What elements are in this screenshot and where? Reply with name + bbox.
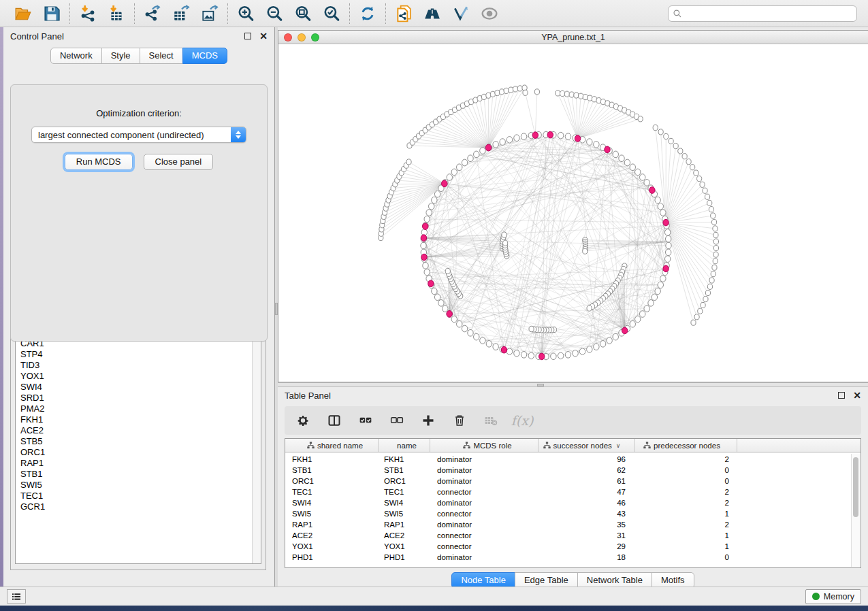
- graph-node[interactable]: [705, 290, 710, 295]
- graph-node[interactable]: [635, 169, 641, 176]
- graph-node[interactable]: [556, 90, 560, 96]
- graph-node[interactable]: [514, 350, 519, 357]
- graph-hub-node[interactable]: [605, 146, 610, 153]
- graph-node[interactable]: [443, 306, 448, 312]
- graph-node[interactable]: [558, 132, 563, 139]
- save-session-icon[interactable]: [42, 4, 61, 23]
- mcds-result-item[interactable]: ORC1: [20, 447, 252, 458]
- graph-node[interactable]: [513, 86, 517, 92]
- mcds-list-scrollbar[interactable]: [252, 325, 261, 563]
- add-column-icon[interactable]: [421, 413, 436, 428]
- table-row[interactable]: RAP1RAP1dominator352: [285, 519, 861, 530]
- graph-node[interactable]: [434, 191, 440, 197]
- graph-node[interactable]: [438, 300, 444, 307]
- graph-node[interactable]: [587, 306, 592, 311]
- graph-node[interactable]: [594, 142, 599, 148]
- close-panel-button[interactable]: Close panel: [144, 154, 214, 170]
- search-input[interactable]: [685, 9, 852, 18]
- graph-node[interactable]: [564, 91, 569, 97]
- scrollbar-thumb[interactable]: [853, 457, 858, 517]
- export-network-icon[interactable]: [143, 4, 162, 23]
- zoom-fit-icon[interactable]: [293, 4, 312, 23]
- traffic-light-maximize[interactable]: [311, 33, 319, 42]
- graph-node[interactable]: [493, 142, 498, 148]
- graph-node[interactable]: [613, 333, 618, 340]
- graph-node[interactable]: [451, 169, 457, 176]
- mcds-result-item[interactable]: GCR1: [20, 501, 252, 512]
- graph-node[interactable]: [669, 138, 673, 144]
- import-network-icon[interactable]: [78, 4, 97, 23]
- graph-hub-node[interactable]: [421, 235, 426, 242]
- graph-node[interactable]: [507, 137, 512, 144]
- graph-node[interactable]: [703, 296, 708, 301]
- graph-node[interactable]: [579, 93, 583, 99]
- zoom-in-icon[interactable]: [236, 4, 255, 23]
- graph-node[interactable]: [711, 271, 716, 277]
- mcds-result-item[interactable]: RAP1: [20, 458, 252, 469]
- graph-node[interactable]: [673, 143, 678, 148]
- mcds-result-item[interactable]: STP4: [20, 349, 252, 360]
- graph-node[interactable]: [665, 249, 671, 256]
- deselect-all-columns-icon[interactable]: [389, 413, 404, 428]
- graph-node[interactable]: [700, 182, 705, 187]
- graph-node[interactable]: [509, 87, 513, 93]
- graph-node[interactable]: [709, 207, 713, 212]
- graph-node[interactable]: [569, 92, 574, 97]
- graph-node[interactable]: [648, 300, 654, 307]
- graph-node[interactable]: [507, 348, 512, 355]
- table-row[interactable]: STB1STB1dominator620: [285, 465, 861, 476]
- graph-node[interactable]: [711, 213, 716, 218]
- column-selector-icon[interactable]: [327, 413, 342, 428]
- close-panel-icon[interactable]: ✕: [259, 33, 268, 39]
- graph-node[interactable]: [594, 344, 599, 350]
- graph-node[interactable]: [587, 346, 592, 353]
- graph-node[interactable]: [655, 288, 660, 295]
- graph-node[interactable]: [468, 155, 473, 162]
- mcds-result-item[interactable]: STB5: [20, 436, 252, 447]
- open-session-icon[interactable]: [14, 4, 33, 23]
- graph-node[interactable]: [457, 164, 462, 171]
- graph-node[interactable]: [713, 239, 718, 244]
- mcds-result-item[interactable]: PMA2: [20, 403, 252, 414]
- graph-node[interactable]: [644, 180, 649, 186]
- graph-node[interactable]: [697, 176, 702, 182]
- graph-node[interactable]: [707, 284, 712, 289]
- graph-node[interactable]: [652, 294, 657, 301]
- mcds-result-item[interactable]: STB1: [20, 469, 252, 480]
- graph-node[interactable]: [694, 170, 698, 176]
- graph-node[interactable]: [560, 90, 565, 96]
- graph-hub-node[interactable]: [547, 131, 553, 138]
- graph-node[interactable]: [713, 252, 718, 257]
- graph-node[interactable]: [462, 325, 467, 332]
- graph-node[interactable]: [709, 278, 714, 283]
- graph-node[interactable]: [630, 164, 635, 171]
- graph-node[interactable]: [480, 337, 485, 344]
- graph-node[interactable]: [445, 268, 450, 274]
- graph-node[interactable]: [653, 125, 658, 130]
- graph-node[interactable]: [474, 333, 479, 340]
- column-header-name[interactable]: name: [379, 439, 430, 452]
- delete-column-icon[interactable]: [452, 413, 467, 428]
- table-row[interactable]: ACE2ACE2connector311: [285, 530, 861, 541]
- graph-node[interactable]: [486, 341, 492, 348]
- graph-node[interactable]: [529, 326, 534, 331]
- graph-node[interactable]: [480, 148, 485, 154]
- graph-node[interactable]: [583, 248, 588, 254]
- graph-hub-node[interactable]: [421, 254, 427, 261]
- zoom-out-icon[interactable]: [265, 4, 284, 23]
- graph-node[interactable]: [713, 245, 718, 250]
- graph-node[interactable]: [713, 232, 718, 237]
- mcds-result-item[interactable]: TID3: [20, 360, 252, 371]
- graph-hub-node[interactable]: [423, 223, 428, 230]
- graph-node[interactable]: [639, 311, 645, 318]
- global-search-box[interactable]: [668, 5, 857, 22]
- graph-hub-node[interactable]: [575, 135, 580, 142]
- graph-node[interactable]: [468, 330, 473, 337]
- graph-node[interactable]: [635, 316, 641, 323]
- graph-node[interactable]: [660, 276, 666, 282]
- table-row[interactable]: FKH1FKH1dominator962: [285, 454, 861, 465]
- network-canvas[interactable]: [278, 44, 868, 382]
- select-all-columns-icon[interactable]: [358, 413, 373, 428]
- run-mcds-button[interactable]: Run MCDS: [65, 154, 133, 170]
- tab-mcds[interactable]: MCDS: [182, 48, 227, 64]
